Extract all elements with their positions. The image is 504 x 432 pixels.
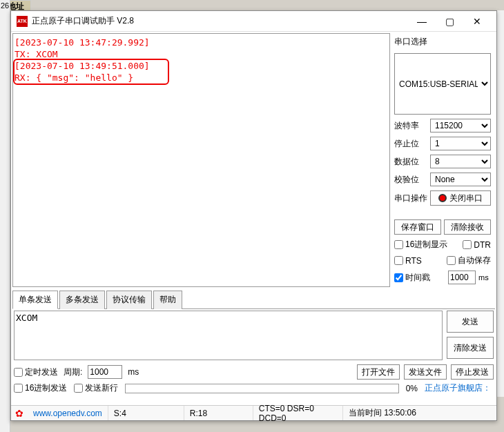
stop-label: 停止位 <box>394 138 427 150</box>
bg-left-strip: 26 <box>0 0 10 432</box>
receive-textarea[interactable]: [2023-07-10 13:47:29.992] TX: XCOM [2023… <box>12 33 390 287</box>
timestamp-ms-label: ms <box>478 273 491 282</box>
rx-timestamp-1: [2023-07-10 13:47:29.992] <box>14 37 150 48</box>
rts-check[interactable]: RTS <box>394 256 422 266</box>
port-select-label: 串口选择 <box>394 36 491 48</box>
rx-rx-line: RX: { "msg": "hello" } <box>14 72 133 83</box>
save-clear-row: 保存窗口 清除接收 <box>394 219 491 235</box>
rx-timestamp-2: [2023-07-10 13:49:51.000] <box>14 61 150 71</box>
data-row: 数据位 8 <box>394 155 491 168</box>
bg-num: 26 <box>1 1 9 10</box>
timestamp-row: 时间戳 ms <box>394 271 491 284</box>
status-time: 当前时间 13:50:06 <box>343 406 496 420</box>
stop-select[interactable]: 1 <box>430 137 491 150</box>
tab-multi-send[interactable]: 多条发送 <box>59 291 105 309</box>
clear-send-button[interactable]: 清除发送 <box>447 337 494 359</box>
hex-dtr-row: 16进制显示 DTR <box>394 239 491 251</box>
send-area: XCOM 发送 清除发送 <box>12 309 495 362</box>
timed-send-check[interactable]: 定时发送 <box>14 366 58 378</box>
port-status-icon <box>438 194 447 202</box>
send-newline-check[interactable]: 发送新行 <box>74 382 118 394</box>
timestamp-check[interactable]: 时间戳 <box>394 272 430 284</box>
parity-row: 校验位 None <box>394 173 491 186</box>
tab-help[interactable]: 帮助 <box>153 291 182 309</box>
close-port-text: 关闭串口 <box>449 193 483 204</box>
file-buttons: 打开文件 发送文件 停止发送 <box>357 364 494 380</box>
stop-row: 停止位 1 <box>394 137 491 150</box>
period-ms-label: ms <box>128 367 139 377</box>
op-label: 串口操作 <box>394 193 427 204</box>
titlebar: ATK 正点原子串口调试助手 V2.8 — ▢ ✕ <box>11 11 496 32</box>
progress-bar <box>125 384 398 393</box>
window-title: 正点原子串口调试助手 V2.8 <box>32 15 408 27</box>
bg-right-strip <box>497 10 504 397</box>
tab-protocol[interactable]: 协议传输 <box>106 291 152 309</box>
op-row: 串口操作 关闭串口 <box>394 190 491 206</box>
site-link[interactable]: www.openedv.com <box>28 406 108 420</box>
hex-send-check[interactable]: 16进制发送 <box>14 382 67 394</box>
data-label: 数据位 <box>394 156 427 168</box>
period-label: 周期: <box>64 366 82 378</box>
window-buttons: — ▢ ✕ <box>408 12 491 31</box>
baud-select[interactable]: 115200 <box>430 119 491 132</box>
rx-tx-line: TX: XCOM <box>14 49 58 59</box>
status-bar: ✿ www.openedv.com S:4 R:18 CTS=0 DSR=0 D… <box>11 405 496 420</box>
side-panel: 串口选择 COM15:USB-SERIAL CH34 波特率 115200 停止… <box>390 33 495 287</box>
hex-display-check[interactable]: 16进制显示 <box>394 239 447 251</box>
progress-percent: 0% <box>406 384 418 393</box>
status-received: R:18 <box>184 406 253 420</box>
stop-send-button[interactable]: 停止发送 <box>451 364 494 380</box>
gear-icon[interactable]: ✿ <box>11 408 28 419</box>
parity-select[interactable]: None <box>430 173 491 186</box>
close-port-button[interactable]: 关闭串口 <box>430 190 491 206</box>
send-buttons: 发送 清除发送 <box>447 311 494 360</box>
flagship-link[interactable]: 正点原子旗舰店： <box>425 382 491 394</box>
send-file-button[interactable]: 发送文件 <box>404 364 447 380</box>
dtr-check[interactable]: DTR <box>463 240 491 250</box>
maximize-button[interactable]: ▢ <box>436 12 463 31</box>
tab-single-send[interactable]: 单条发送 <box>12 291 58 309</box>
baud-label: 波特率 <box>394 120 427 132</box>
window-body: [2023-07-10 13:47:29.992] TX: XCOM [2023… <box>11 32 496 405</box>
send-button[interactable]: 发送 <box>447 311 494 333</box>
parity-label: 校验位 <box>394 174 427 186</box>
status-sent: S:4 <box>108 406 184 420</box>
save-window-button[interactable]: 保存窗口 <box>394 219 441 235</box>
period-input[interactable] <box>88 365 122 379</box>
app-icon: ATK <box>17 16 28 27</box>
tabs: 单条发送 多条发送 协议传输 帮助 <box>12 290 495 309</box>
data-select[interactable]: 8 <box>430 155 491 168</box>
baud-row: 波特率 115200 <box>394 119 491 132</box>
clear-receive-button[interactable]: 清除接收 <box>444 219 491 235</box>
options-row-1: 定时发送 周期: ms 打开文件 发送文件 停止发送 <box>12 362 495 382</box>
send-textarea[interactable]: XCOM <box>14 311 443 360</box>
open-file-button[interactable]: 打开文件 <box>357 364 400 380</box>
status-signals: CTS=0 DSR=0 DCD=0 <box>253 406 343 420</box>
rts-save-row: RTS 自动保存 <box>394 255 491 266</box>
main-window: ATK 正点原子串口调试助手 V2.8 — ▢ ✕ [2023-07-10 13… <box>10 10 497 421</box>
autosave-check[interactable]: 自动保存 <box>447 255 491 266</box>
port-select[interactable]: COM15:USB-SERIAL CH34 <box>394 53 491 115</box>
minimize-button[interactable]: — <box>408 12 436 31</box>
top-pane: [2023-07-10 13:47:29.992] TX: XCOM [2023… <box>12 33 495 287</box>
options-row-2: 16进制发送 发送新行 0% 正点原子旗舰店： <box>12 382 495 395</box>
close-button[interactable]: ✕ <box>463 12 491 31</box>
timestamp-interval-input[interactable] <box>448 271 476 284</box>
